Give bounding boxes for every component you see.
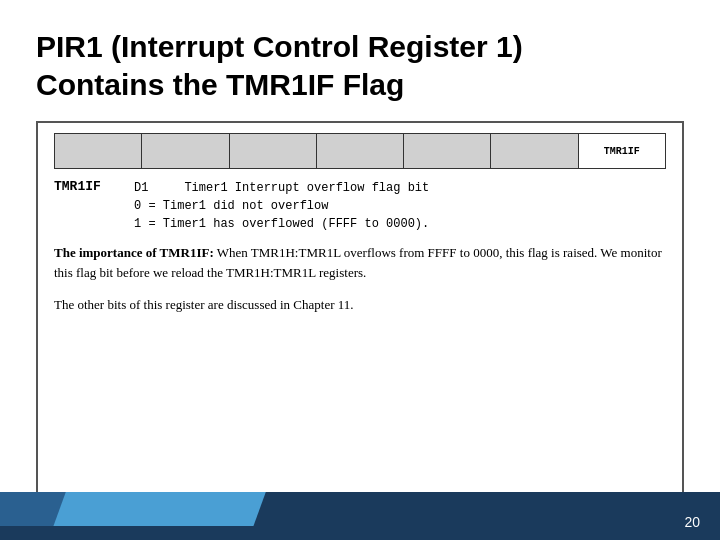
reg-bit-7 — [54, 133, 142, 169]
register-diagram: TMR1IF — [54, 133, 666, 169]
importance-label: The importance of TMR1IF: — [54, 245, 214, 260]
slide-container: PIR1 (Interrupt Control Register 1) Cont… — [0, 0, 720, 540]
bottom-bar-accent2 — [53, 492, 266, 526]
slide-title: PIR1 (Interrupt Control Register 1) Cont… — [36, 28, 684, 103]
flag-name: TMR1IF — [54, 179, 124, 194]
content-box: TMR1IF TMR1IF D1 Timer1 Interrupt overfl… — [36, 121, 684, 540]
other-bits-paragraph: The other bits of this register are disc… — [54, 295, 666, 315]
page-number: 20 — [684, 514, 700, 530]
reg-bit-3 — [403, 133, 491, 169]
flag-row: TMR1IF D1 Timer1 Interrupt overflow flag… — [54, 179, 666, 233]
flag-details: D1 Timer1 Interrupt overflow flag bit 0 … — [134, 179, 429, 233]
reg-bit-6 — [141, 133, 229, 169]
reg-bit-5 — [229, 133, 317, 169]
reg-bit-2 — [490, 133, 578, 169]
other-bits-text: The other bits of this register are disc… — [54, 297, 354, 312]
reg-bit-0-tmr1if: TMR1IF — [578, 133, 666, 169]
reg-bit-4 — [316, 133, 404, 169]
title-line1: PIR1 (Interrupt Control Register 1) — [36, 30, 523, 63]
bottom-bar: 20 — [0, 492, 720, 540]
flag-description: TMR1IF D1 Timer1 Interrupt overflow flag… — [54, 179, 666, 233]
importance-paragraph: The importance of TMR1IF: When TMR1H:TMR… — [54, 243, 666, 283]
title-area: PIR1 (Interrupt Control Register 1) Cont… — [36, 28, 684, 103]
title-line2: Contains the TMR1IF Flag — [36, 68, 404, 101]
